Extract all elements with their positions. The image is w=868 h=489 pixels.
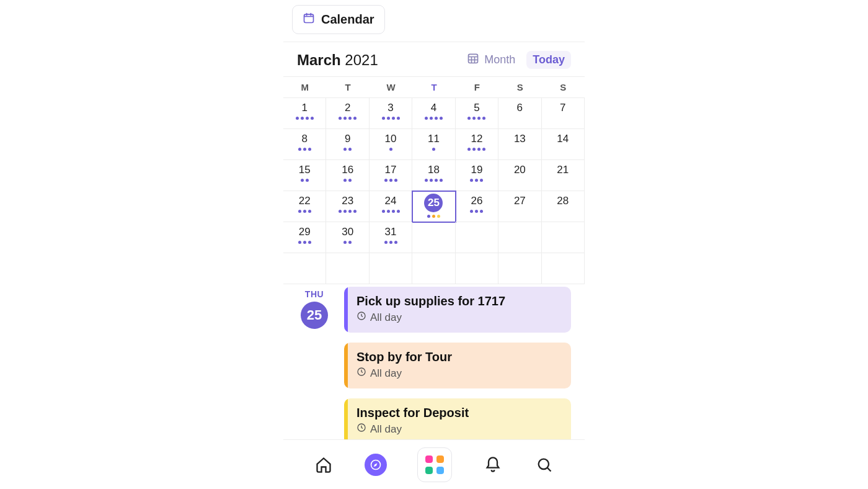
event-dot xyxy=(397,117,400,120)
day-cell[interactable]: 7 xyxy=(542,98,585,129)
tab-label: Calendar xyxy=(321,12,374,27)
day-number: 22 xyxy=(299,195,311,207)
app-tile xyxy=(425,467,433,474)
event-card[interactable]: Inspect for DepositAll day xyxy=(344,398,571,439)
day-cell[interactable]: 28 xyxy=(542,191,585,222)
event-dots xyxy=(339,117,356,120)
event-dot xyxy=(303,241,306,244)
day-cell[interactable]: 31 xyxy=(370,222,412,253)
event-title: Stop by for Tour xyxy=(356,350,561,364)
day-cell[interactable]: 20 xyxy=(498,160,541,191)
event-dots xyxy=(389,148,392,151)
day-cell[interactable]: 10 xyxy=(370,129,412,160)
day-cell[interactable]: 19 xyxy=(456,160,498,191)
event-dot xyxy=(397,210,400,213)
day-cell[interactable]: 8 xyxy=(283,129,326,160)
event-dot xyxy=(389,179,392,182)
day-cell[interactable]: 17 xyxy=(370,160,412,191)
selected-date-num: 25 xyxy=(301,302,328,329)
day-cell[interactable]: 11 xyxy=(412,129,455,160)
event-dot xyxy=(475,179,478,182)
event-time: All day xyxy=(356,311,561,324)
day-cell[interactable]: 23 xyxy=(326,191,369,222)
day-cell[interactable]: 16 xyxy=(326,160,369,191)
event-dots xyxy=(296,117,314,120)
day-number: 21 xyxy=(557,164,569,176)
nav-search[interactable] xyxy=(534,454,555,475)
day-cell[interactable]: 27 xyxy=(498,191,541,222)
empty-cell xyxy=(542,253,585,284)
day-cell[interactable]: 29 xyxy=(283,222,326,253)
event-dot xyxy=(311,117,314,120)
day-cell[interactable]: 14 xyxy=(542,129,585,160)
event-dot xyxy=(343,117,347,120)
event-dot xyxy=(394,179,397,182)
tab-calendar[interactable]: Calendar xyxy=(292,5,385,34)
view-mode-button[interactable]: Month xyxy=(467,52,515,68)
day-cell[interactable]: 13 xyxy=(498,129,541,160)
event-card[interactable]: Pick up supplies for 1717All day xyxy=(344,287,571,333)
empty-cell xyxy=(283,253,326,284)
day-cell[interactable]: 9 xyxy=(326,129,369,160)
event-time: All day xyxy=(356,367,561,380)
day-cell[interactable]: 24 xyxy=(370,191,412,222)
day-number: 20 xyxy=(514,164,526,176)
nav-notifications[interactable] xyxy=(482,454,503,475)
svg-rect-1 xyxy=(469,54,478,63)
empty-cell xyxy=(498,222,541,253)
empty-cell xyxy=(498,253,541,284)
day-number: 12 xyxy=(471,133,482,145)
event-dot xyxy=(306,179,309,182)
event-list: THU 25 Pick up supplies for 1717All dayS… xyxy=(283,284,585,439)
month-title[interactable]: March 2021 xyxy=(297,52,378,69)
year: 2021 xyxy=(345,52,378,68)
day-cell[interactable]: 25 xyxy=(412,191,455,222)
day-cell[interactable]: 4 xyxy=(412,98,455,129)
day-number: 13 xyxy=(514,133,526,145)
month-grid: 1234567891011121314151617181920212223242… xyxy=(283,98,585,284)
event-dot xyxy=(306,117,309,120)
event-dots xyxy=(343,148,352,151)
event-dot xyxy=(430,117,433,120)
weekday-col: T xyxy=(412,77,455,97)
event-dots xyxy=(470,179,483,182)
day-number: 27 xyxy=(514,195,526,207)
day-cell[interactable]: 15 xyxy=(283,160,326,191)
event-dot xyxy=(348,241,352,244)
event-dots xyxy=(343,241,352,244)
weekday-col: F xyxy=(456,77,498,97)
day-cell[interactable]: 18 xyxy=(412,160,455,191)
today-button[interactable]: Today xyxy=(526,51,571,69)
event-dot xyxy=(348,210,352,213)
event-title: Inspect for Deposit xyxy=(356,406,561,420)
event-dot xyxy=(435,117,438,120)
event-dots xyxy=(343,179,352,182)
day-cell[interactable]: 30 xyxy=(326,222,369,253)
day-cell[interactable]: 3 xyxy=(370,98,412,129)
event-dot xyxy=(477,117,480,120)
event-dot xyxy=(470,210,473,213)
nav-apps[interactable] xyxy=(417,447,452,482)
day-cell[interactable]: 1 xyxy=(283,98,326,129)
event-dot xyxy=(440,179,443,182)
nav-explore[interactable] xyxy=(365,454,387,476)
event-card[interactable]: Stop by for TourAll day xyxy=(344,343,571,388)
nav-home[interactable] xyxy=(313,454,334,475)
day-cell[interactable]: 26 xyxy=(456,191,498,222)
day-cell[interactable]: 5 xyxy=(456,98,498,129)
day-cell[interactable]: 22 xyxy=(283,191,326,222)
event-dot xyxy=(437,215,440,218)
day-cell[interactable]: 12 xyxy=(456,129,498,160)
event-dots xyxy=(425,179,443,182)
event-dots xyxy=(467,117,485,120)
event-dot xyxy=(467,117,471,120)
day-cell[interactable]: 21 xyxy=(542,160,585,191)
event-dot xyxy=(308,148,311,151)
empty-cell xyxy=(326,253,369,284)
event-dot xyxy=(432,148,435,151)
calendar-app: Calendar March 2021 Month Today MTWTFSS … xyxy=(283,0,585,489)
event-dot xyxy=(389,241,392,244)
event-dot xyxy=(301,179,304,182)
day-cell[interactable]: 2 xyxy=(326,98,369,129)
day-cell[interactable]: 6 xyxy=(498,98,541,129)
